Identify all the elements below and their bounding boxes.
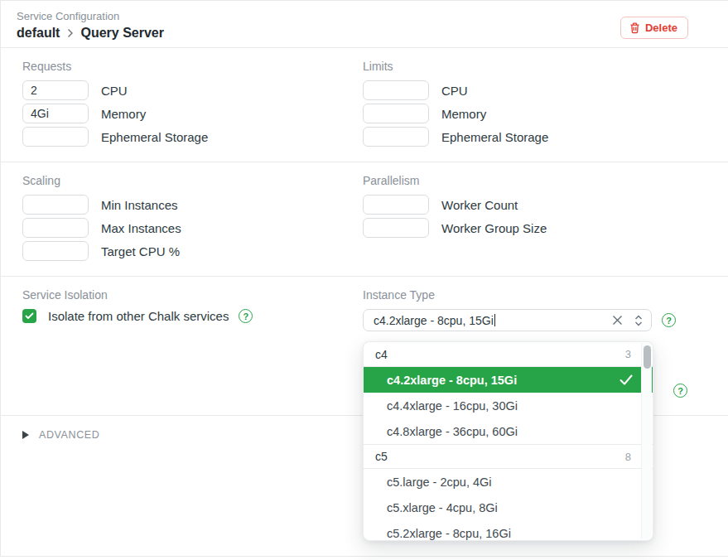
dropdown-scrollbar-track[interactable] — [641, 343, 652, 539]
isolation-checkbox-label: Isolate from other Chalk services — [48, 309, 229, 323]
sort-chevrons-icon[interactable] — [634, 314, 644, 327]
parallelism-group: Parallelism Worker Count Worker Group Si… — [363, 174, 688, 264]
breadcrumb-current: Query Server — [80, 26, 164, 41]
instance-type-dropdown: c4 3 c4.2xlarge - 8cpu, 15Gi c4.4xlarge … — [363, 341, 653, 541]
breadcrumb-chevron-icon — [65, 28, 75, 38]
option-c5-large[interactable]: c5.large - 2cpu, 4Gi — [364, 469, 653, 495]
field-row: Max Instances — [22, 218, 363, 238]
field-row: Target CPU % — [22, 241, 363, 261]
scaling-min-instances-input[interactable] — [22, 195, 89, 215]
collapsed-triangle-icon — [22, 431, 29, 439]
requests-group: Requests CPU Memory Ephemeral Storage — [22, 60, 363, 150]
option-c5-xlarge[interactable]: c5.xlarge - 4cpu, 8Gi — [364, 495, 653, 520]
scaling-group: Scaling Min Instances Max Instances Targ… — [22, 174, 363, 264]
field-label: Max Instances — [101, 221, 181, 235]
header: Service Configuration default Query Serv… — [1, 1, 728, 48]
group-name: c4 — [375, 348, 388, 361]
limits-ephemeral-storage-input[interactable] — [363, 127, 429, 147]
service-isolation-title: Service Isolation — [22, 288, 363, 302]
limits-cpu-input[interactable] — [363, 80, 429, 100]
option-c4-4xlarge[interactable]: c4.4xlarge - 16cpu, 30Gi — [364, 393, 653, 418]
worker-count-input[interactable] — [363, 195, 429, 215]
option-c4-8xlarge[interactable]: c4.8xlarge - 36cpu, 60Gi — [364, 418, 653, 444]
limits-group: Limits CPU Memory Ephemeral Storage — [363, 60, 688, 150]
breadcrumb: default Query Server — [17, 26, 164, 41]
scaling-parallelism-section: Scaling Min Instances Max Instances Targ… — [1, 162, 728, 276]
option-label: c4.8xlarge - 36cpu, 60Gi — [387, 425, 518, 438]
service-isolation-group: Service Isolation Isolate from other Cha… — [22, 288, 363, 403]
field-row: Worker Group Size — [363, 218, 688, 238]
field-row: Memory — [363, 104, 688, 123]
option-label: c5.large - 2cpu, 4Gi — [387, 476, 492, 489]
field-label: Memory — [101, 107, 146, 121]
option-label: c5.xlarge - 4cpu, 8Gi — [387, 501, 498, 514]
field-row: CPU — [363, 80, 688, 100]
option-c4-2xlarge[interactable]: c4.2xlarge - 8cpu, 15Gi — [364, 367, 653, 393]
scaling-target-cpu-input[interactable] — [22, 241, 89, 261]
instance-type-help-icon[interactable]: ? — [662, 313, 676, 327]
text-caret — [494, 314, 495, 326]
selected-check-icon — [620, 374, 633, 385]
field-label: Target CPU % — [101, 244, 180, 258]
requests-ephemeral-storage-input[interactable] — [22, 127, 89, 147]
service-configuration-panel: Service Configuration default Query Serv… — [0, 0, 728, 557]
instance-type-combobox[interactable]: c4.2xlarge - 8cpu, 15Gi — [363, 309, 652, 331]
header-titles: Service Configuration default Query Serv… — [17, 10, 164, 41]
group-header-c4: c4 3 — [364, 342, 653, 367]
field-label: Worker Count — [441, 198, 518, 212]
isolation-checkbox-row: Isolate from other Chalk services ? — [22, 309, 363, 323]
field-row: Min Instances — [22, 195, 363, 215]
hidden-field-help-icon[interactable]: ? — [673, 384, 687, 398]
field-row: Memory — [22, 104, 363, 123]
delete-button[interactable]: Delete — [620, 17, 688, 39]
option-label: c4.4xlarge - 16cpu, 30Gi — [387, 399, 518, 413]
breadcrumb-parent[interactable]: default — [17, 26, 60, 41]
field-label: Worker Group Size — [441, 221, 547, 235]
field-row: Worker Count — [363, 195, 688, 215]
instance-type-row: c4.2xlarge - 8cpu, 15Gi ? — [363, 309, 688, 331]
dropdown-scrollbar-thumb[interactable] — [644, 345, 651, 369]
limits-memory-input[interactable] — [363, 104, 429, 123]
scaling-title: Scaling — [22, 174, 363, 187]
requests-memory-input[interactable] — [22, 104, 89, 123]
group-count: 3 — [625, 348, 631, 360]
isolation-checkbox[interactable] — [22, 309, 36, 323]
option-c5-2xlarge[interactable]: c5.2xlarge - 8cpu, 16Gi — [364, 520, 653, 541]
field-row: Ephemeral Storage — [22, 127, 363, 147]
field-row: Ephemeral Storage — [363, 127, 688, 147]
field-label: CPU — [441, 84, 468, 98]
group-count: 8 — [625, 451, 631, 463]
field-label: Ephemeral Storage — [441, 130, 548, 144]
field-label: Min Instances — [101, 198, 178, 212]
field-label: Memory — [441, 107, 486, 121]
requests-cpu-input[interactable] — [22, 80, 89, 100]
field-row: CPU — [22, 80, 363, 100]
scaling-max-instances-input[interactable] — [22, 218, 89, 238]
instance-type-title: Instance Type — [363, 288, 688, 302]
parallelism-title: Parallelism — [363, 174, 688, 187]
limits-title: Limits — [363, 60, 688, 73]
group-name: c5 — [375, 450, 388, 463]
instance-type-value: c4.2xlarge - 8cpu, 15Gi — [374, 314, 494, 327]
requests-title: Requests — [22, 60, 363, 73]
trash-icon — [629, 22, 640, 34]
combo-icons — [611, 314, 644, 327]
option-label: c4.2xlarge - 8cpu, 15Gi — [387, 374, 517, 387]
option-label: c5.2xlarge - 8cpu, 16Gi — [387, 527, 511, 540]
requests-limits-section: Requests CPU Memory Ephemeral Storage Li… — [1, 48, 728, 162]
group-header-c5: c5 8 — [364, 444, 653, 469]
worker-group-size-input[interactable] — [363, 218, 429, 238]
field-label: CPU — [101, 84, 128, 98]
isolation-help-icon[interactable]: ? — [239, 309, 253, 323]
clear-icon[interactable] — [611, 314, 624, 326]
page-subtitle: Service Configuration — [17, 10, 164, 22]
delete-button-label: Delete — [645, 22, 677, 34]
field-label: Ephemeral Storage — [101, 130, 208, 144]
advanced-label: ADVANCED — [39, 429, 99, 441]
